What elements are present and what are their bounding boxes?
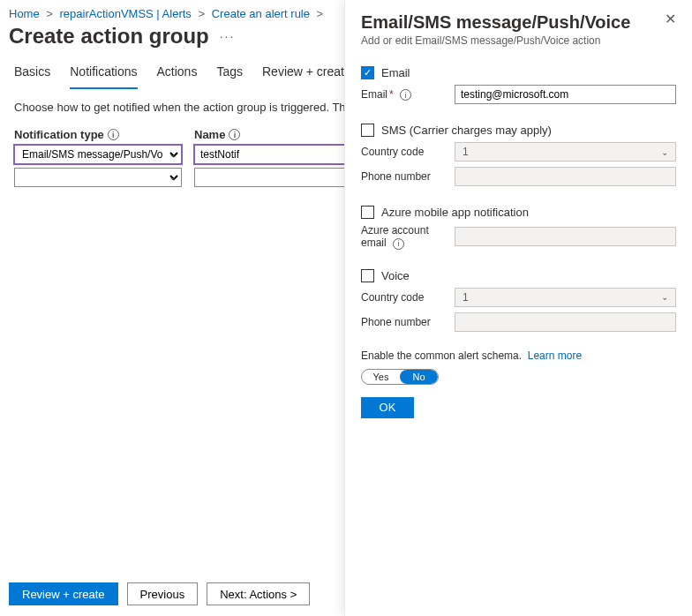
tab-tags[interactable]: Tags [216, 57, 243, 89]
panel-title: Email/SMS message/Push/Voice [361, 12, 630, 33]
breadcrumb-home[interactable]: Home [9, 7, 40, 20]
review-create-button[interactable]: Review + create [9, 582, 118, 605]
info-icon[interactable]: i [393, 238, 404, 250]
sms-country-code-select[interactable]: 1⌄ [455, 142, 676, 162]
tab-notifications[interactable]: Notifications [70, 57, 137, 89]
more-icon[interactable]: ··· [220, 29, 236, 43]
voice-checkbox[interactable] [361, 269, 374, 282]
panel-subtitle: Add or edit Email/SMS message/Push/Voice… [361, 34, 630, 47]
push-account-email-input[interactable] [455, 227, 676, 246]
col-header-type: Notification type [14, 128, 104, 141]
chevron-down-icon: ⌄ [661, 147, 668, 157]
sms-country-code-label: Country code [361, 146, 455, 158]
info-icon[interactable]: i [229, 129, 240, 140]
schema-toggle-yes[interactable]: Yes [362, 370, 400, 384]
schema-text: Enable the common alert schema. [361, 349, 522, 362]
email-checkbox-label: Email [381, 66, 410, 79]
sms-phone-label: Phone number [361, 170, 455, 183]
breadcrumb-create-rule[interactable]: Create an alert rule [212, 7, 310, 20]
col-header-name: Name [194, 128, 225, 141]
voice-country-code-label: Country code [361, 291, 455, 304]
push-checkbox[interactable] [361, 206, 374, 219]
tab-review[interactable]: Review + create [262, 57, 351, 89]
chevron-right-icon: > [198, 7, 205, 20]
tab-actions[interactable]: Actions [157, 57, 198, 89]
chevron-right-icon: > [317, 7, 324, 20]
push-checkbox-label: Azure mobile app notification [381, 206, 529, 219]
next-actions-button[interactable]: Next: Actions > [207, 582, 310, 605]
ok-button[interactable]: OK [361, 397, 414, 418]
sms-checkbox[interactable] [361, 124, 374, 137]
breadcrumb-resource[interactable]: repairActionVMSS | Alerts [60, 7, 192, 20]
schema-toggle[interactable]: Yes No [361, 369, 439, 385]
previous-button[interactable]: Previous [127, 582, 199, 605]
email-field-label: Email [361, 88, 387, 101]
chevron-right-icon: > [46, 7, 53, 20]
info-icon[interactable]: i [400, 89, 411, 101]
voice-phone-input[interactable] [455, 312, 676, 332]
close-icon[interactable]: ✕ [665, 12, 676, 26]
tab-basics[interactable]: Basics [14, 57, 50, 89]
voice-phone-label: Phone number [361, 316, 455, 328]
sms-phone-input[interactable] [455, 167, 676, 186]
voice-country-code-select[interactable]: 1⌄ [455, 288, 676, 307]
notification-type-select-empty[interactable] [14, 168, 182, 187]
email-checkbox[interactable]: ✓ [361, 66, 374, 79]
chevron-down-icon: ⌄ [661, 292, 668, 302]
voice-checkbox-label: Voice [381, 269, 410, 282]
email-input[interactable] [455, 85, 676, 104]
sms-checkbox-label: SMS (Carrier charges may apply) [381, 124, 552, 137]
learn-more-link[interactable]: Learn more [528, 349, 582, 362]
notification-type-select[interactable]: Email/SMS message/Push/Voice [14, 145, 182, 164]
page-title: Create action group [9, 24, 209, 49]
info-icon[interactable]: i [108, 129, 119, 140]
side-panel: Email/SMS message/Push/Voice Add or edit… [344, 0, 692, 616]
schema-toggle-no[interactable]: No [400, 370, 438, 384]
